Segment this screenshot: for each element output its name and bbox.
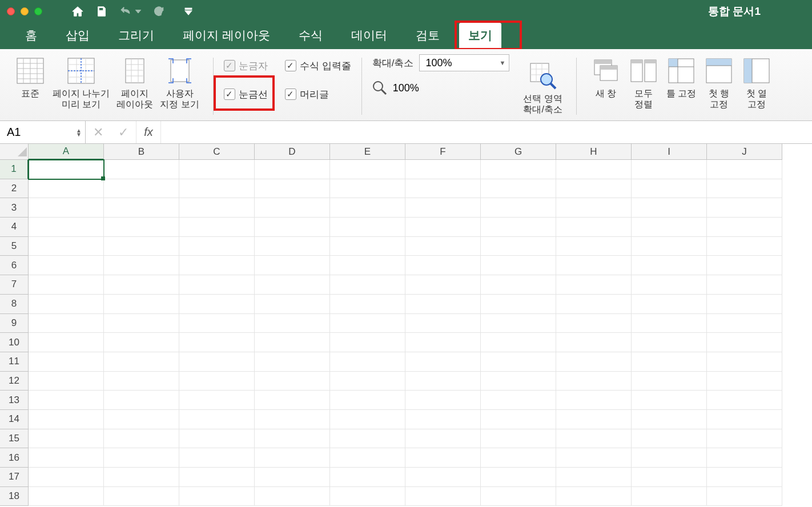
cell[interactable] [255,198,330,218]
cell[interactable] [405,333,481,352]
cell[interactable] [405,352,481,372]
cell[interactable] [405,448,481,468]
cell[interactable] [29,468,104,487]
cell[interactable] [556,372,632,391]
arrange-all-button[interactable]: 모두 정렬 [625,53,662,110]
cell[interactable] [104,275,179,295]
column-header[interactable]: C [179,144,255,160]
cell[interactable] [104,160,179,179]
cell[interactable] [556,256,632,275]
cell[interactable] [330,314,405,333]
cell[interactable] [556,218,632,237]
row-header[interactable]: 17 [0,468,29,487]
cell[interactable] [481,256,556,275]
cell[interactable] [707,218,782,237]
select-all-corner[interactable] [0,144,29,160]
cell[interactable] [179,333,255,352]
cell[interactable] [255,487,330,506]
cell[interactable] [255,372,330,391]
cell[interactable] [29,448,104,468]
cell[interactable] [556,429,632,449]
cell[interactable] [104,391,179,410]
cell[interactable] [330,179,405,199]
close-window-button[interactable] [7,7,15,15]
row-header[interactable]: 2 [0,179,29,199]
cell[interactable] [29,160,104,179]
cell[interactable] [481,352,556,372]
cell[interactable] [707,448,782,468]
cell[interactable] [104,429,179,449]
cell[interactable] [481,314,556,333]
cell[interactable] [255,295,330,314]
cell[interactable] [255,468,330,487]
cell[interactable] [707,468,782,487]
formula-input[interactable] [161,121,812,143]
cell[interactable] [707,352,782,372]
cell[interactable] [481,160,556,179]
cell[interactable] [632,218,707,237]
cell[interactable] [330,410,405,429]
cell[interactable] [707,372,782,391]
cell[interactable] [481,333,556,352]
normal-view-button[interactable]: 표준 [11,53,49,99]
row-header[interactable]: 16 [0,448,29,468]
cell[interactable] [481,275,556,295]
cell[interactable] [104,256,179,275]
undo-dropdown-icon[interactable] [135,5,142,18]
cell[interactable] [632,295,707,314]
cell[interactable] [632,391,707,410]
column-header[interactable]: J [707,144,782,160]
cell[interactable] [632,237,707,256]
cell[interactable] [104,218,179,237]
name-box-stepper[interactable]: ▲▼ [76,128,82,136]
cell[interactable] [707,237,782,256]
cell[interactable] [556,179,632,199]
zoom-100-button[interactable]: 100% [372,81,419,95]
cell[interactable] [632,468,707,487]
cell[interactable] [330,352,405,372]
cell[interactable] [707,275,782,295]
cell[interactable] [707,410,782,429]
cell[interactable] [405,179,481,199]
cell[interactable] [632,275,707,295]
cell[interactable] [556,198,632,218]
row-header[interactable]: 12 [0,372,29,391]
cell[interactable] [405,237,481,256]
cell[interactable] [707,160,782,179]
column-header[interactable]: G [481,144,556,160]
gridlines-checkbox[interactable]: ✓ 눈금선 [224,86,268,103]
freeze-top-row-button[interactable]: 첫 행 고정 [700,53,738,110]
formula-bar-checkbox[interactable]: ✓ 수식 입력줄 [285,57,351,74]
row-header[interactable]: 9 [0,314,29,333]
cell[interactable] [481,237,556,256]
column-header[interactable]: H [556,144,632,160]
cell[interactable] [556,237,632,256]
cell[interactable] [405,198,481,218]
cell[interactable] [255,352,330,372]
cell[interactable] [405,410,481,429]
cell[interactable] [707,198,782,218]
cell[interactable] [405,275,481,295]
cell[interactable] [556,448,632,468]
cell[interactable] [29,198,104,218]
column-header[interactable]: A [29,144,104,160]
column-header[interactable]: D [255,144,330,160]
cell[interactable] [481,198,556,218]
cell[interactable] [330,256,405,275]
cell[interactable] [330,198,405,218]
cell[interactable] [481,468,556,487]
tab-formulas[interactable]: 수식 [290,23,332,49]
cell[interactable] [104,198,179,218]
row-header[interactable]: 18 [0,487,29,506]
cell[interactable] [481,218,556,237]
cell[interactable] [632,314,707,333]
cell[interactable] [179,468,255,487]
cell[interactable] [29,391,104,410]
cell[interactable] [29,275,104,295]
row-header[interactable]: 6 [0,256,29,275]
cell[interactable] [405,160,481,179]
zoom-to-selection-button[interactable]: 선택 영역 확대/축소 [520,58,565,115]
cell[interactable] [632,179,707,199]
cell[interactable] [104,179,179,199]
cell[interactable] [556,468,632,487]
